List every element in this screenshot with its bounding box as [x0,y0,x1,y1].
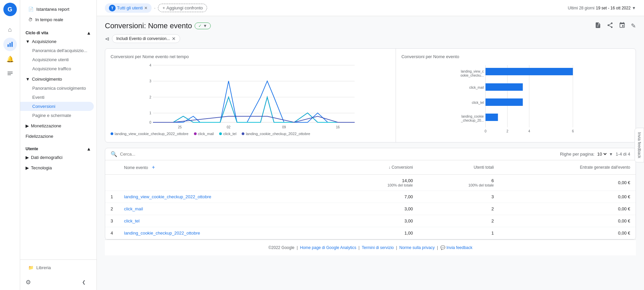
col-utenti-totali[interactable]: Utenti totali [418,160,499,175]
footer-link-analytics[interactable]: Home page di Google Analytics [300,245,356,250]
collapse-sidebar-button[interactable]: ❮ [77,277,91,287]
sidebar-item-panoramica-coinvolgimento[interactable]: Panoramica coinvolgimento [20,84,94,93]
event-link-2[interactable]: click_mail [124,206,143,211]
breadcrumb-divider: · [154,5,156,10]
filter-bar: ⊲ Includi Evento di conversion... ✕ [105,34,636,43]
sidebar-item-tempo-reale[interactable]: ⏱ In tempo reale [26,14,91,25]
group-tecnologia: ▶ Tecnologia [20,163,96,172]
filter-chip-close-icon[interactable]: ✕ [172,36,176,41]
page-title-badge[interactable]: ✓ ▼ [195,23,211,29]
segment-chip[interactable]: T Tutti gli utenti ✕ [105,3,152,13]
event-link-3[interactable]: click_tel [124,218,139,223]
total-conversioni: 14,00 [343,178,413,183]
col-entrate: Entrate generate dall'evento [499,160,636,175]
report-icon: 📄 [28,7,34,12]
table-row: 1 landing_view_cookie_checkup_2022_ottob… [105,191,636,203]
sidebar-footer-library[interactable]: 📁 Libreria [26,262,91,273]
group-tecnologia-header[interactable]: ▶ Tecnologia [20,163,96,172]
footer-link-privacy[interactable]: Norme sulla privacy [399,245,435,250]
total-entrate: 0,00 € [499,175,636,191]
col-conversioni[interactable]: ↓ Conversioni [337,160,418,175]
page-title: Conversioni: Nome evento [105,22,192,30]
svg-text:landing_cookie: landing_cookie [461,115,484,118]
svg-rect-2 [11,42,12,47]
page-header: Conversioni: Nome evento ✓ ▼ ✎ [105,22,636,30]
sidebar-top-links: 📄 Istantanea report ⏱ In tempo reale [20,3,96,28]
fidelizzazione-label: Fidelizzazione [26,134,53,139]
bar-landing-view [486,68,573,75]
filter-chip[interactable]: Includi Evento di conversion... ✕ [112,34,180,43]
date-range[interactable]: Ultimi 28 giorni 19 set - 16 ott 2022 ▼ [568,6,636,10]
compare-icon[interactable] [619,22,626,30]
table-toolbar: 🔍 Righe per pagina: 10 25 50 ▼ 1-4 di 4 [105,148,636,160]
svg-text:ott: ott [227,129,231,129]
home-icon[interactable]: ⌂ [3,23,17,36]
analytics-icon[interactable] [3,38,17,51]
col-number [105,160,119,175]
legend-landing-view: landing_view_cookie_checkup_2022_ottobre [111,132,189,136]
legend-click-tel: click_tel [219,132,236,136]
group-coinvolgimento-header[interactable]: ▼ Coinvolgimento [20,75,96,84]
badge-chevron: ▼ [203,24,207,28]
expand-acquisizione-icon: ▼ [26,39,30,44]
pagination-text: 1-4 di 4 [616,152,630,157]
bell-icon[interactable]: 🔔 [3,52,17,66]
check-icon: ✓ [198,24,202,28]
sidebar-item-istantanea[interactable]: 📄 Istantanea report [26,4,91,14]
legend-click-mail: click_mail [194,132,214,136]
sidebar-item-eventi[interactable]: Eventi [20,93,94,102]
expand-monetizzazione-icon: ▶ [26,123,29,128]
ciclo-vita-chevron: ▲ [86,30,91,36]
search-input[interactable] [120,152,176,157]
bar-landing-cookie [486,114,498,121]
date-prefix: Ultimi 28 giorni [568,6,594,10]
sidebar: 📄 Istantanea report ⏱ In tempo reale Cic… [20,0,97,290]
rows-per-page: Righe per pagina: 10 25 50 ▼ [560,151,613,157]
line-chart-title: Conversioni per Nome evento nel tempo [111,54,390,59]
edit-icon[interactable]: ✎ [631,22,636,30]
sidebar-item-panoramica-acquisizione[interactable]: Panoramica dell'acquisizio... [20,46,94,55]
group-fidelizzazione: Fidelizzazione [20,132,96,141]
expand-dati-icon: ▶ [26,155,29,160]
add-compare-button[interactable]: + Aggiungi confronto [158,4,207,12]
svg-text:_checkup_20...: _checkup_20... [461,119,484,122]
sidebar-item-acquisizione-traffico[interactable]: Acquisizione traffico [20,64,94,73]
sidebar-item-pagine-schermate[interactable]: Pagine e schermate [20,111,94,120]
svg-text:09: 09 [282,125,286,129]
feedback-side-button[interactable]: Invia feedback [635,128,644,162]
utente-chevron: ▲ [86,146,91,152]
settings-icon[interactable]: ⚙ [26,279,31,286]
col-nome-evento[interactable]: Nome evento + [119,160,337,175]
bar-chart-panel: Conversioni per Nome evento landing_view… [396,49,636,142]
event-link-1[interactable]: landing_view_cookie_checkup_2022_ottobre [124,194,211,199]
event-link-4[interactable]: landing_cookie_checkup_2022_ottobre [124,231,200,236]
sidebar-item-acquisizione-utenti[interactable]: Acquisizione utenti [20,55,94,64]
add-column-button[interactable]: + [152,164,155,170]
filter-chip-label: Includi Evento di conversion... [116,36,170,41]
group-acquisizione-header[interactable]: ▼ Acquisizione [20,37,96,46]
sidebar-item-conversioni[interactable]: Conversioni [20,102,94,111]
footer-link-terms[interactable]: Termini di servizio [362,245,394,250]
section-utente[interactable]: Utente ▲ [20,143,96,153]
total-conversioni-pct: 100% del totale [343,183,413,187]
bar-chart-svg: landing_view_c ookie_checku... click_mai… [401,62,630,136]
reports-icon[interactable] [3,67,17,81]
chart-legend: landing_view_cookie_checkup_2022_ottobre… [111,132,390,136]
share-report-icon[interactable] [595,22,601,30]
table-row: 2 click_mail 3,00 2 0,00 € [105,203,636,215]
svg-text:click_mail: click_mail [469,86,484,89]
segment-avatar: T [109,5,116,11]
svg-rect-4 [7,73,12,74]
expand-coinvolgimento-icon: ▼ [26,77,30,82]
footer-link-feedback[interactable]: Invia feedback [446,245,472,250]
segment-close-icon[interactable]: ✕ [144,6,148,10]
group-monetizzazione-header[interactable]: ▶ Monetizzazione [20,121,96,130]
rows-per-page-select[interactable]: 10 25 50 [596,151,608,157]
group-dati-demografici-header[interactable]: ▶ Dati demografici [20,153,96,162]
expand-tecnologia-icon: ▶ [26,165,29,170]
section-ciclo-vita[interactable]: Ciclo di vita ▲ [20,28,96,37]
svg-text:16: 16 [336,125,340,129]
group-fidelizzazione-header[interactable]: Fidelizzazione [20,132,96,141]
share-icon[interactable] [607,22,613,30]
line-chart-svg: 4 3 2 1 0 25 set 02 ott 09 16 [111,62,390,129]
